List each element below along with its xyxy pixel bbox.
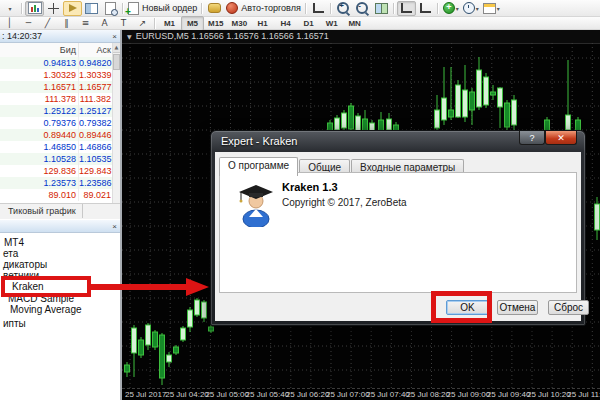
chart-shift-icon xyxy=(420,3,431,13)
scroll-up-icon[interactable]: ▲ xyxy=(113,43,120,53)
cursor-icon xyxy=(69,4,77,12)
time-label: 25 Jul 07:40 xyxy=(366,390,410,399)
time-label: 25 Jul 08:20 xyxy=(406,390,450,399)
drawing-tool-6[interactable]: T xyxy=(114,16,133,31)
market-watch-row[interactable]: 1.235731.23586 xyxy=(0,177,113,189)
market-watch-column-headers: Бид Аск xyxy=(0,43,113,58)
new-chart-button[interactable] xyxy=(25,1,44,16)
market-watch-row[interactable]: 1.165711.16577 xyxy=(0,81,113,93)
zoom-out-button[interactable]: - xyxy=(353,1,372,16)
copyright-text: Copyright © 2017, ZeroBeta xyxy=(282,197,407,208)
navigator-item-дикаторы[interactable]: дикаторы xyxy=(3,259,47,270)
market-watch-row[interactable]: 129.836129.843 xyxy=(0,165,113,177)
time-label: 25 Jul 11:00 xyxy=(567,390,600,399)
drawing-tool-2[interactable]: ╱ xyxy=(38,16,57,31)
market-watch-scrollbar[interactable]: ▲ xyxy=(112,43,120,203)
metaeditor-icon xyxy=(208,3,221,13)
dialog-system-buttons: ? ✕ xyxy=(519,131,577,145)
templates-dropdown[interactable]: ▾ xyxy=(481,1,502,16)
clock-icon xyxy=(463,2,475,14)
help-button[interactable]: ? xyxy=(519,131,545,145)
dialog-body: О программеОбщиеВходные параметры Kraken… xyxy=(215,152,581,321)
market-watch-tabs: Тиковый график xyxy=(0,203,120,219)
ok-highlight-box xyxy=(431,291,492,323)
timeframe-d1[interactable]: D1 xyxy=(297,16,320,31)
timeframe-m1[interactable]: M1 xyxy=(158,16,181,31)
navigator-tree: МТ4етадикаторыветникиKrakenMACD SampleMo… xyxy=(0,233,120,400)
toolbar-menu-dropdown[interactable]: ▾ xyxy=(0,1,19,16)
chart-window-button[interactable] xyxy=(82,1,101,16)
chevron-down-icon: ▾ xyxy=(476,5,479,12)
cursor-button[interactable] xyxy=(63,1,82,16)
navigator-header: × xyxy=(0,220,120,233)
auto-trading-button[interactable]: Авто-торговля xyxy=(224,1,302,16)
time-label: 25 Jul 2017 xyxy=(125,390,166,399)
time-label: 25 Jul 09:40 xyxy=(487,390,531,399)
navigator-item-мт4[interactable]: МТ4 xyxy=(4,237,24,248)
market-watch-row[interactable]: 1.105281.10535 xyxy=(0,153,113,165)
tile-windows-button[interactable] xyxy=(372,1,391,16)
crosshair-button[interactable] xyxy=(44,1,63,16)
close-icon[interactable]: × xyxy=(112,30,117,43)
dialog-title: Expert - Kraken xyxy=(221,135,297,147)
navigator-item-ипты[interactable]: ипты xyxy=(3,318,26,329)
metaeditor-button[interactable] xyxy=(205,1,224,16)
market-watch-row[interactable]: 89.01089.021 xyxy=(0,189,113,201)
new-order-button[interactable]: Новый ордер xyxy=(126,1,199,16)
timeframe-m30[interactable]: M30 xyxy=(228,16,252,31)
market-watch-row[interactable]: 111.378111.382 xyxy=(0,93,113,105)
market-watch-row[interactable]: 0.793760.79382 xyxy=(0,117,113,129)
reset-button[interactable]: Сброс xyxy=(548,300,589,315)
kraken-highlight-box xyxy=(1,276,91,297)
drawing-tool-7[interactable]: ↗ xyxy=(133,16,152,31)
timeframe-m5[interactable]: M5 xyxy=(181,16,204,31)
close-button[interactable]: ✕ xyxy=(545,131,577,145)
cancel-button[interactable]: Отмена xyxy=(497,300,538,315)
auto-scroll-button[interactable] xyxy=(397,1,416,16)
close-icon[interactable]: × xyxy=(112,220,117,233)
chart-title-bar[interactable]: ▼EURUSD,M5 1.16566 1.16576 1.16566 1.165… xyxy=(122,30,600,44)
chart-symbol: EURUSD,M5 xyxy=(136,31,189,41)
zoom-in-button[interactable]: + xyxy=(334,1,353,16)
timeframe-m15[interactable]: M15 xyxy=(204,16,228,31)
market-watch-row[interactable]: 0.948130.94820 xyxy=(0,57,113,69)
market-watch-row[interactable]: 0.894400.89446 xyxy=(0,129,113,141)
separator xyxy=(154,18,156,29)
time-axis: 25 Jul 201725 Jul 04:2025 Jul 05:0025 Ju… xyxy=(122,388,600,400)
bid-column-header[interactable]: Бид xyxy=(0,43,79,57)
timeframe-w1[interactable]: W1 xyxy=(320,16,343,31)
drawing-tool-1[interactable]: ─ xyxy=(19,16,38,31)
data-window-icon xyxy=(105,2,116,15)
market-watch-row[interactable]: 1.251221.25127 xyxy=(0,105,113,117)
drawing-tool-3[interactable]: ∥ xyxy=(57,16,76,31)
data-window-button[interactable] xyxy=(101,1,120,16)
bar-chart-button[interactable] xyxy=(309,1,328,16)
drawing-tool-5[interactable]: A xyxy=(95,16,114,31)
chevron-down-icon: ▾ xyxy=(8,5,11,12)
timeframe-mn[interactable]: MN xyxy=(343,16,366,31)
drawing-tool-4[interactable]: ≡ xyxy=(76,16,95,31)
market-watch-time: : 14:20:37 xyxy=(2,31,42,41)
crosshair-icon xyxy=(48,3,59,14)
chevron-down-icon: ▾ xyxy=(456,5,459,12)
dialog-tab-0[interactable]: О программе xyxy=(219,157,298,176)
navigator-item-ета[interactable]: ета xyxy=(3,248,18,259)
tab-tick-chart[interactable]: Тиковый график xyxy=(0,204,83,218)
market-watch-row[interactable]: 1.468501.46866 xyxy=(0,141,113,153)
timeframe-h1[interactable]: H1 xyxy=(251,16,274,31)
timeframe-h4[interactable]: H4 xyxy=(274,16,297,31)
chart-shift-button[interactable] xyxy=(416,1,435,16)
time-label: 25 Jul 05:40 xyxy=(246,390,290,399)
scrollbar-thumb[interactable] xyxy=(113,54,120,70)
expert-dialog: Expert - Kraken ? ✕ О программеОбщиеВход… xyxy=(210,130,586,326)
ask-column-header[interactable]: Аск xyxy=(79,43,113,57)
chart-menu-icon: ▼ xyxy=(127,33,132,40)
navigator-item-moving-average[interactable]: Moving Average xyxy=(10,304,82,315)
auto-scroll-icon xyxy=(401,3,412,13)
drawing-tool-0[interactable]: │ xyxy=(0,16,19,31)
market-watch-row[interactable]: 1.303291.30339 xyxy=(0,69,113,81)
periods-dropdown[interactable]: ▾ xyxy=(461,1,481,16)
indicators-dropdown[interactable]: ▾ xyxy=(441,1,461,16)
chart-window-icon xyxy=(85,3,98,14)
graduate-avatar-icon xyxy=(236,181,276,227)
